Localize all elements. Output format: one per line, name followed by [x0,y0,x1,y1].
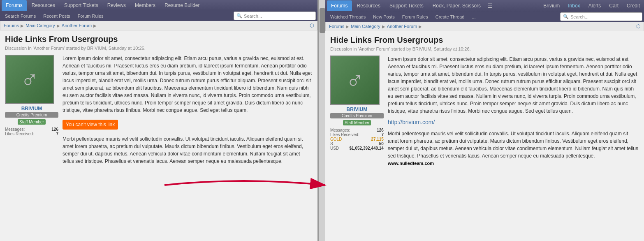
right-nav-sub: Watched Threads New Posts Forum Rules Cr… [325,12,644,22]
right-page-meta: Discussion in 'Another Forum' started by… [330,46,639,51]
right-content: Hide Links From Usergroups Discussion in… [325,31,644,241]
right-stat-s: S 50 [330,141,384,146]
right-stat-gold: GOLD 27,115 [330,137,384,141]
left-tab-reviews[interactable]: Reviews [103,0,130,11]
right-post-container: ♂ BRIVIUM Credits Premium Staff Member M… [330,56,639,167]
right-nav-main: Forums Resources Support Tickets Rock, P… [325,0,644,12]
right-badge-staff: Staff Member [343,120,371,125]
right-breadcrumb-external-icon[interactable]: ⬡ [636,23,640,29]
right-nav-user-items: Brivium Inbox Alerts Cart Credit [541,0,642,11]
right-sub-watched[interactable]: Watched Threads [327,13,369,21]
left-stat-likes-value: 7 [56,132,58,136]
left-tab-members[interactable]: Members [131,0,160,11]
right-stat-messages-value: 126 [377,128,384,132]
right-stat-usd: USD $1,052,392,440.14 [330,146,384,151]
right-user-stats: Messages: 126 Likes Received: 7 GOLD 27,… [330,128,384,151]
hamburger-icon[interactable]: ☰ [486,0,494,12]
search-icon: 🔍 [236,13,242,19]
left-nav-sub: Search Forums Recent Posts Forum Rules 🔍… [0,11,317,21]
right-stat-likes: Likes Received: 7 [330,132,384,137]
right-sub-create[interactable]: Create Thread [432,13,468,21]
right-visible-link[interactable]: http://brivium.com/ [388,118,639,127]
right-breadcrumb-sep2: ▶ [382,24,385,29]
right-breadcrumb-another[interactable]: Another Forum [387,24,417,29]
left-search-placeholder: Search... [244,14,262,19]
right-nav-credit[interactable]: Credit [624,0,642,11]
right-sub-more[interactable]: ... [468,13,479,21]
right-breadcrumb-sep1: ▶ [346,24,349,29]
right-tab-rps[interactable]: Rock, Paper, Scissors [429,0,485,11]
right-nav-inbox[interactable]: Inbox [565,0,582,11]
left-user-stats: Messages: 126 Likes Received: 7 [5,127,58,136]
right-stat-messages: Messages: 126 [330,128,384,132]
left-panel: Forums Resources Support Tickets Reviews… [0,0,319,241]
right-nav-cart[interactable]: Cart [607,0,621,11]
left-tab-resources[interactable]: Resources [28,0,59,11]
right-stat-likes-label: Likes Received: [330,132,359,137]
right-stat-gold-value: 27,115 [371,137,384,141]
left-breadcrumb: Forums ▶ Main Category ▶ Another Forum ▶… [0,21,317,30]
right-post-text-lower: Morbi pellentesque mauris vel velit soll… [388,130,639,167]
right-top-nav: Forums Resources Support Tickets Rock, P… [325,0,644,22]
right-post-body: Lorem ipsum dolor sit amet, consectetur … [388,56,639,167]
right-breadcrumb-main[interactable]: Main Category [351,24,380,29]
left-breadcrumb-external-icon[interactable]: ⬡ [310,23,314,28]
left-breadcrumb-sep2: ▶ [57,23,60,28]
right-stat-usd-label: USD [330,146,339,151]
left-post-text-lower: Morbi pellentesque mauris vel velit soll… [63,135,313,165]
left-user-sidebar: ♂ BRIVIUM Credits Premium Staff Member M… [5,55,58,165]
right-post-text: Lorem ipsum dolor sit amet, consectetur … [388,56,639,115]
right-post-text-lower-text: Morbi pellentesque mauris vel velit soll… [388,131,638,159]
right-search-box[interactable]: 🔍 Search... [560,12,642,21]
left-search-wrap: 🔍 Search... [234,12,316,20]
left-breadcrumb-forums[interactable]: Forums [4,23,19,28]
left-badge-staff: Staff Member [18,119,46,125]
left-page-meta: Discussion in 'Another Forum' started by… [5,46,313,51]
right-tab-forums[interactable]: Forums [327,0,352,11]
right-stat-usd-value: $1,052,392,440.14 [350,146,384,151]
left-page-title: Hide Links From Usergroups [5,35,313,44]
right-username[interactable]: BRIVIUM [330,107,384,112]
right-nav-alerts[interactable]: Alerts [586,0,604,11]
left-badge-premium: Credits Premium [5,112,58,118]
left-breadcrumb-another[interactable]: Another Forum [62,23,92,28]
right-breadcrumb-sep3: ▶ [419,24,422,29]
right-stat-s-value: 50 [379,141,384,146]
right-nav-brivium[interactable]: Brivium [541,0,562,11]
scroll-thumb[interactable] [320,8,325,33]
left-tab-forums[interactable]: Forums [2,0,27,11]
right-sub-rules[interactable]: Forum Rules [399,13,431,21]
watermark: www.nulledteam.com [388,161,434,166]
scrollbar[interactable] [319,0,325,241]
left-stat-messages: Messages: 126 [5,127,58,132]
left-tab-support[interactable]: Support Tickets [60,0,102,11]
right-breadcrumb-forums[interactable]: Forums [329,24,344,29]
right-sub-new[interactable]: New Posts [370,13,398,21]
right-panel: Forums Resources Support Tickets Rock, P… [325,0,644,241]
left-sub-search[interactable]: Search Forums [2,12,39,20]
left-sub-recent[interactable]: Recent Posts [40,12,73,20]
left-search-box[interactable]: 🔍 Search... [234,12,316,20]
left-sub-rules[interactable]: Forum Rules [74,12,107,20]
right-search-placeholder: Search... [570,14,588,19]
left-top-nav: Forums Resources Support Tickets Reviews… [0,0,317,21]
left-avatar: ♂ [5,55,54,104]
right-tab-support[interactable]: Support Tickets [385,0,428,11]
left-stat-likes-label: Likes Received: [5,132,34,136]
right-user-sidebar: ♂ BRIVIUM Credits Premium Staff Member M… [330,56,384,167]
right-search-wrap: 🔍 Search... [560,12,642,21]
left-tab-resume[interactable]: Resume Builder [160,0,204,11]
right-stat-messages-label: Messages: [330,128,350,132]
left-breadcrumb-main[interactable]: Main Category [25,23,55,28]
left-post-container: ♂ BRIVIUM Credits Premium Staff Member M… [5,55,313,165]
left-nav-main: Forums Resources Support Tickets Reviews… [0,0,317,11]
right-avatar: ♂ [330,56,380,105]
right-breadcrumb: Forums ▶ Main Category ▶ Another Forum ▶… [325,22,644,31]
left-post-body: Lorem ipsum dolor sit amet, consectetur … [63,55,313,165]
left-stat-likes: Likes Received: 7 [5,132,58,136]
right-stat-likes-value: 7 [381,132,384,137]
left-username[interactable]: BRIVIUM [5,106,58,111]
right-stat-gold-label: GOLD [330,137,342,141]
right-tab-resources[interactable]: Resources [353,0,385,11]
left-cant-view-button[interactable]: You can't view this link [63,120,118,130]
